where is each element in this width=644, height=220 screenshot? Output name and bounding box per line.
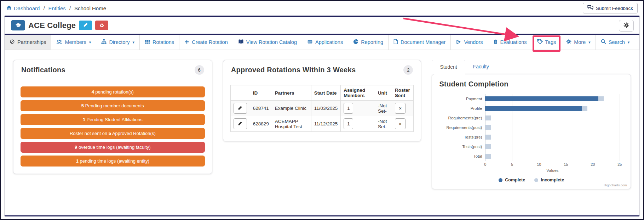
- submit-feedback-button[interactable]: Submit Feedback: [583, 3, 638, 13]
- bar-incomplete-requirements-post[interactable]: [485, 125, 490, 130]
- nav-item-tags[interactable]: Tags: [532, 35, 562, 50]
- breadcrumb-entities[interactable]: Entities: [48, 5, 66, 11]
- rotation-partners: Example Clinic: [272, 101, 311, 116]
- notification-button-roster-not-sent-on-5-approved-rotation-s[interactable]: Roster not sent on 5 Approved Rotation(s…: [21, 128, 205, 139]
- legend-item-incomplete[interactable]: Incomplete: [534, 177, 564, 182]
- approved-rotations-count-badge: 2: [403, 65, 413, 75]
- notifications-title: Notifications: [21, 66, 65, 74]
- assigned-members-button[interactable]: 1: [344, 118, 353, 129]
- idcard-icon: [307, 39, 313, 45]
- nav-item-label: Create Rotation: [192, 39, 228, 45]
- breadcrumb-label: Dashboard: [14, 5, 40, 11]
- bar-incomplete-tests-pre[interactable]: [485, 135, 490, 140]
- category-label: Total: [439, 154, 485, 158]
- edit-rotation-button[interactable]: [234, 103, 247, 114]
- assigned-members-button[interactable]: 1: [344, 103, 353, 114]
- x-tick-label: 20: [591, 162, 595, 167]
- breadcrumb-dashboard[interactable]: Dashboard: [6, 5, 40, 11]
- nav-item-more[interactable]: More▾: [561, 35, 596, 50]
- link-icon: [10, 39, 15, 45]
- nav-item-vendors[interactable]: Vendors: [451, 35, 488, 50]
- chart-row-requirements-pre: Requirements(pre): [439, 113, 623, 123]
- sitemap-icon: [101, 39, 107, 45]
- category-label: Tests(pre): [439, 135, 485, 139]
- settings-button[interactable]: [619, 20, 634, 32]
- tab-student[interactable]: Student: [432, 60, 465, 74]
- breadcrumb-separator: /: [69, 5, 71, 11]
- dashboard-content: Notifications 6 4 pending rotation(s)5 P…: [5, 50, 639, 189]
- student-completion-card: Student Completion PaymentProfileRequire…: [432, 74, 631, 189]
- bar-incomplete-profile[interactable]: [582, 106, 587, 111]
- completion-panel: Student Faculty Student Completion Payme…: [432, 60, 631, 189]
- pie-icon: [353, 39, 358, 45]
- nav-item-label: Search: [609, 39, 625, 45]
- legend-marker: [499, 178, 502, 182]
- highcharts-credit[interactable]: Highcharts.com: [604, 183, 627, 187]
- completion-chart: PaymentProfileRequirements(pre)Requireme…: [439, 94, 623, 185]
- notification-button-9-overdue-time-logs-awaiting-faculty[interactable]: 9 overdue time logs (awaiting faculty): [21, 142, 205, 153]
- pencil-icon: [238, 106, 242, 111]
- bar-incomplete-payment[interactable]: [598, 96, 604, 101]
- nav-item-search[interactable]: Search▾: [596, 35, 639, 50]
- chart-row-profile: Profile: [439, 103, 623, 113]
- roster-sent-button[interactable]: ×: [395, 118, 406, 129]
- category-label: Profile: [439, 106, 485, 111]
- bar-complete-payment[interactable]: [485, 96, 598, 101]
- nav-item-label: Reporting: [361, 39, 383, 45]
- edit-rotation-button[interactable]: [234, 118, 247, 129]
- x-tick-label: 0: [484, 162, 486, 167]
- category-label: Payment: [439, 97, 485, 101]
- nav-item-members[interactable]: Members▾: [51, 35, 96, 50]
- chevron-down-icon: ▾: [89, 40, 91, 45]
- notification-button-1-pending-student-affiliations[interactable]: 1 Pending Student Affiliations: [21, 114, 205, 125]
- legend-marker: [534, 178, 538, 182]
- search-icon: [601, 39, 606, 45]
- rotation-id: 628829: [250, 116, 272, 132]
- category-label: Tests(post): [439, 145, 485, 149]
- nav-item-reporting[interactable]: Reporting: [348, 35, 389, 50]
- rotation-start-date: 11/12/2025: [311, 116, 341, 132]
- chart-row-requirements-post: Requirements(post): [439, 123, 623, 132]
- roster-sent-button[interactable]: ×: [395, 103, 406, 114]
- chevron-down-icon: ▾: [628, 40, 630, 45]
- notification-button-4-pending-rotation-s[interactable]: 4 pending rotation(s): [21, 86, 205, 97]
- bar-incomplete-tests-post[interactable]: [485, 144, 490, 149]
- column-header-start-date: Start Date: [311, 85, 341, 101]
- chevron-down-icon: ▾: [132, 40, 134, 45]
- x-tick-label: 15: [564, 162, 568, 167]
- nav-item-document-manager[interactable]: Document Manager: [389, 35, 451, 50]
- signout-icon: [456, 39, 461, 45]
- column-header-assigned-members: Assigned Members: [341, 85, 375, 101]
- nav-item-directory[interactable]: Directory▾: [96, 35, 140, 50]
- chat-bubbles-icon: [587, 5, 593, 11]
- nav-item-applications[interactable]: Applications: [302, 35, 348, 50]
- bar-incomplete-requirements-pre[interactable]: [485, 115, 490, 120]
- breadcrumb-separator: /: [43, 5, 45, 11]
- nav-item-rotations[interactable]: Rotations: [140, 35, 179, 50]
- notification-button-1-pending-time-logs-awaiting-entity[interactable]: 1 pending time logs (awaiting entity): [21, 156, 205, 167]
- bar-complete-profile[interactable]: [485, 106, 582, 111]
- bar-incomplete-total[interactable]: [485, 154, 490, 159]
- category-label: Requirements(pre): [439, 116, 485, 120]
- archive-entity-button[interactable]: ♻: [95, 21, 108, 30]
- graduation-cap-icon: [11, 20, 25, 30]
- submit-feedback-label: Submit Feedback: [596, 6, 633, 11]
- notification-button-5-pending-member-documents[interactable]: 5 Pending member documents: [21, 100, 205, 111]
- nav-item-partnerships[interactable]: Partnerships: [5, 35, 51, 50]
- approved-rotations-title: Approved Rotations Within 3 Weeks: [231, 66, 356, 74]
- nav-item-label: View Rotation Catalog: [246, 39, 297, 45]
- nav-item-evaluations[interactable]: Evaluations: [488, 35, 532, 50]
- approved-rotations-header: Approved Rotations Within 3 Weeks 2: [223, 60, 421, 80]
- chart-title: Student Completion: [439, 80, 623, 88]
- nav-item-create-rotation[interactable]: Create Rotation: [179, 35, 233, 50]
- legend-item-complete[interactable]: Complete: [499, 177, 525, 182]
- entity-nav: PartnershipsMembers▾Directory▾RotationsC…: [5, 34, 639, 50]
- nav-item-view-rotation-catalog[interactable]: View Rotation Catalog: [233, 35, 302, 50]
- entity-header: ACE College ♻: [5, 17, 639, 34]
- tags-icon: [537, 39, 543, 45]
- edit-entity-button[interactable]: [79, 21, 92, 30]
- chart-row-total: Total: [439, 151, 623, 161]
- tab-faculty[interactable]: Faculty: [465, 60, 497, 74]
- chart-row-payment: Payment: [439, 94, 623, 103]
- clipboard-icon: [493, 39, 498, 45]
